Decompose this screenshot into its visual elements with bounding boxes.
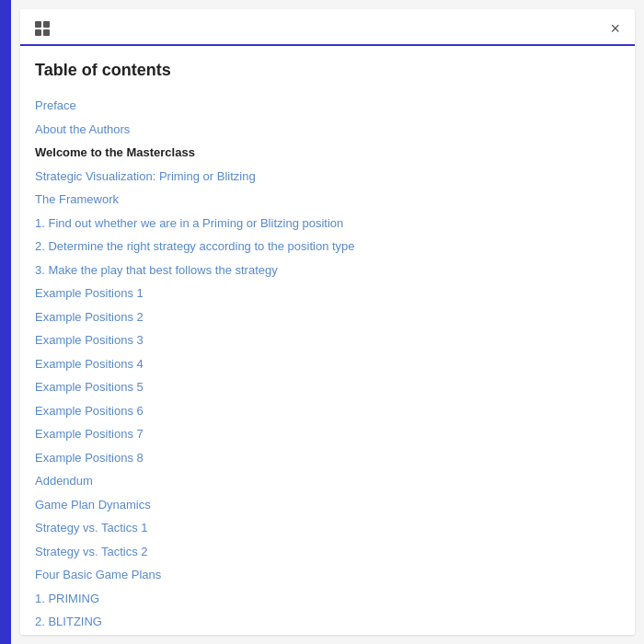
grid-cell-3: [35, 29, 41, 36]
toc-link-four-basic[interactable]: Four Basic Game Plans: [35, 566, 616, 584]
toc-link-about-authors[interactable]: About the Authors: [35, 121, 616, 139]
toc-item-game-plan-dynamics: Game Plan Dynamics: [35, 496, 616, 514]
toc-item-example6: Example Positions 6: [35, 402, 616, 420]
toc-link-example3[interactable]: Example Positions 3: [35, 331, 616, 350]
toc-link-example4[interactable]: Example Positions 4: [35, 355, 616, 374]
toc-item-example2: Example Positions 2: [35, 308, 616, 327]
header-left: [35, 21, 50, 36]
toc-item-example1: Example Positions 1: [35, 284, 616, 303]
toc-link-example2[interactable]: Example Positions 2: [35, 308, 616, 327]
close-button[interactable]: ×: [610, 20, 620, 37]
toc-item-blitzing: 2. BLITZING: [35, 613, 616, 631]
main-content: × Table of contents PrefaceAbout the Aut…: [11, 0, 644, 644]
toc-link-example5[interactable]: Example Positions 5: [35, 378, 616, 397]
toc-item-step2: 2. Determine the right strategy accordin…: [35, 237, 616, 256]
toc-item-strategy-tactics-1: Strategy vs. Tactics 1: [35, 519, 616, 537]
toc-link-priming[interactable]: 1. PRIMING: [35, 590, 616, 608]
toc-item-welcome: Welcome to the Masterclass: [35, 144, 616, 162]
toc-link-strategy-tactics-1[interactable]: Strategy vs. Tactics 1: [35, 519, 616, 537]
toc-link-addendum[interactable]: Addendum: [35, 472, 616, 490]
grid-icon[interactable]: [35, 21, 50, 36]
toc-link-step2[interactable]: 2. Determine the right strategy accordin…: [35, 237, 616, 256]
toc-link-blitzing[interactable]: 2. BLITZING: [35, 613, 616, 631]
toc-item-example5: Example Positions 5: [35, 378, 616, 397]
toc-item-about-authors: About the Authors: [35, 121, 616, 139]
toc-link-example1[interactable]: Example Positions 1: [35, 284, 616, 303]
toc-link-step3[interactable]: 3. Make the play that best follows the s…: [35, 261, 616, 280]
toc-item-four-basic: Four Basic Game Plans: [35, 566, 616, 584]
toc-item-addendum: Addendum: [35, 472, 616, 490]
toc-item-example4: Example Positions 4: [35, 355, 616, 374]
panel-header: ×: [20, 9, 635, 46]
toc-link-example6[interactable]: Example Positions 6: [35, 402, 616, 420]
toc-list: PrefaceAbout the AuthorsWelcome to the M…: [35, 97, 616, 635]
app-container: × Table of contents PrefaceAbout the Aut…: [0, 0, 644, 644]
toc-title: Table of contents: [35, 61, 616, 80]
grid-cell-4: [43, 29, 50, 36]
toc-item-example3: Example Positions 3: [35, 331, 616, 350]
toc-link-example7[interactable]: Example Positions 7: [35, 425, 616, 443]
toc-item-priming: 1. PRIMING: [35, 590, 616, 608]
toc-item-example7: Example Positions 7: [35, 425, 616, 443]
toc-item-strategy-tactics-2: Strategy vs. Tactics 2: [35, 543, 616, 561]
left-sidebar: [0, 0, 11, 644]
toc-link-example8[interactable]: Example Positions 8: [35, 449, 616, 467]
toc-link-welcome[interactable]: Welcome to the Masterclass: [35, 144, 616, 162]
toc-panel: × Table of contents PrefaceAbout the Aut…: [20, 9, 635, 635]
toc-link-preface[interactable]: Preface: [35, 97, 616, 115]
toc-item-framework: The Framework: [35, 190, 616, 209]
toc-link-framework[interactable]: The Framework: [35, 190, 616, 209]
toc-link-strategic-viz[interactable]: Strategic Visualization: Priming or Blit…: [35, 167, 616, 186]
toc-item-strategic-viz: Strategic Visualization: Priming or Blit…: [35, 167, 616, 186]
toc-link-step1[interactable]: 1. Find out whether we are in a Priming …: [35, 214, 616, 233]
grid-cell-1: [35, 21, 41, 28]
toc-item-step1: 1. Find out whether we are in a Priming …: [35, 214, 616, 233]
toc-link-strategy-tactics-2[interactable]: Strategy vs. Tactics 2: [35, 543, 616, 561]
toc-link-game-plan-dynamics[interactable]: Game Plan Dynamics: [35, 496, 616, 514]
panel-body[interactable]: Table of contents PrefaceAbout the Autho…: [20, 46, 635, 635]
toc-item-example8: Example Positions 8: [35, 449, 616, 467]
grid-cell-2: [43, 21, 50, 28]
toc-item-preface: Preface: [35, 97, 616, 115]
toc-item-step3: 3. Make the play that best follows the s…: [35, 261, 616, 280]
